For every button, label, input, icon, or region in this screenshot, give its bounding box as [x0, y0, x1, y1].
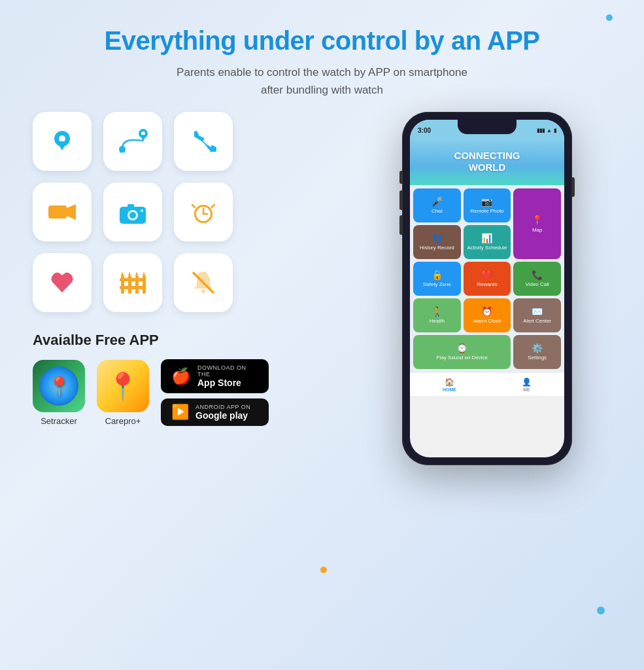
remote-photo-label: Remote Photo	[470, 209, 503, 215]
grid-btn-video-call[interactable]: 📞 Video Call	[513, 262, 561, 296]
setracker-label: Setracker	[41, 416, 77, 426]
me-nav-icon: 👤	[522, 378, 532, 387]
carepro-pin-icon: 📍	[107, 371, 139, 402]
phone-power-button	[572, 177, 575, 197]
svg-marker-9	[67, 204, 76, 220]
alarm-clock-icon: ⏰	[481, 306, 492, 317]
map-icon: 📍	[532, 215, 543, 225]
signal-icon: ▮▮▮	[537, 128, 545, 133]
app-header: CONNECTING WORLD	[410, 138, 564, 185]
remote-photo-icon: 📷	[481, 196, 492, 207]
alert-icon: ✉️	[532, 306, 543, 317]
settings-label: Settings	[528, 355, 547, 361]
app-logos-row: 📍 Setracker 📍 Carepro+	[33, 359, 314, 426]
alert-label: Alert Center	[523, 319, 551, 325]
app-store-text: Download on the App Store	[197, 364, 258, 388]
google-play-text: ANDROID APP ON Google play	[195, 404, 250, 421]
icon-heart	[33, 253, 92, 312]
google-play-icon: ▶️	[171, 404, 189, 421]
battery-icon: ▮	[554, 128, 556, 133]
icon-alarm	[174, 183, 233, 241]
icon-bell-off	[174, 253, 233, 312]
grid-btn-alarm[interactable]: ⏰ Alarm Clock	[464, 298, 511, 332]
svg-point-31	[201, 289, 205, 293]
right-side: 3:00 ▮▮▮ ▲ ▮ CONNECTING WORLD	[363, 112, 611, 465]
icon-fence	[103, 253, 162, 312]
icon-location	[33, 112, 92, 171]
svg-point-14	[141, 209, 143, 212]
carepro-logo: 📍	[97, 360, 149, 412]
history-icon: 👣	[432, 233, 443, 243]
phone-mockup: 3:00 ▮▮▮ ▲ ▮ CONNECTING WORLD	[402, 112, 572, 465]
grid-btn-rewards[interactable]: ❤️ Rewards	[464, 262, 511, 296]
activity-label: Activity Schedule	[467, 245, 507, 251]
rewards-label: Rewards	[477, 282, 498, 288]
app-grid: 🎤 Chat 📷 Remote Photo 📍 Map	[410, 185, 564, 372]
video-call-icon: 📞	[532, 270, 543, 280]
grid-btn-chat[interactable]: 🎤 Chat	[413, 188, 461, 222]
nav-me[interactable]: 👤 ME	[522, 378, 532, 392]
setracker-logo: 📍	[33, 360, 85, 412]
page-header: Everything under control by an APP Paren…	[33, 26, 611, 99]
page-title: Everything under control by an APP	[33, 26, 611, 56]
safety-label: Safety Zone	[423, 282, 451, 288]
grid-btn-settings[interactable]: ⚙️ Settings	[513, 335, 561, 369]
svg-point-12	[129, 212, 136, 219]
setracker-pin-icon: 📍	[48, 376, 71, 397]
grid-btn-remote-photo[interactable]: 📷 Remote Photo	[464, 188, 511, 222]
app-bottom-nav: 🏠 HOME 👤 ME	[410, 372, 564, 396]
grid-btn-health[interactable]: 🚶 Health	[413, 298, 461, 332]
svg-marker-29	[135, 272, 138, 275]
svg-rect-26	[120, 286, 146, 289]
app-store-button[interactable]: 🍎 Download on the App Store	[161, 359, 269, 393]
icon-camera	[103, 183, 162, 241]
svg-rect-13	[127, 204, 134, 208]
icon-route	[103, 112, 162, 171]
svg-rect-8	[48, 205, 67, 219]
grid-btn-play-sound[interactable]: ⌚ Play Sound on Device	[413, 335, 511, 369]
svg-line-20	[212, 205, 214, 207]
status-icons: ▮▮▮ ▲ ▮	[537, 128, 556, 133]
svg-point-1	[59, 135, 65, 142]
video-call-label: Video Call	[525, 282, 549, 288]
store-buttons: 🍎 Download on the App Store ▶️ ANDROID A…	[161, 359, 269, 426]
activity-icon: 📊	[481, 233, 492, 243]
map-label: Map	[532, 228, 543, 234]
icon-phone	[174, 112, 233, 171]
nav-home[interactable]: 🏠 HOME	[443, 378, 456, 392]
svg-marker-30	[143, 272, 145, 275]
wifi-icon: ▲	[547, 128, 552, 133]
app-store-main: App Store	[197, 378, 258, 388]
play-sound-icon: ⌚	[456, 343, 467, 353]
app-store-sub: Download on the	[197, 364, 258, 378]
carepro-app-item: 📍 Carepro+	[97, 360, 149, 426]
grid-btn-activity[interactable]: 📊 Activity Schedule	[464, 225, 511, 259]
icon-video	[33, 183, 92, 241]
status-time: 3:00	[418, 127, 431, 134]
grid-btn-alert[interactable]: ✉️ Alert Center	[513, 298, 561, 332]
grid-btn-map[interactable]: 📍 Map	[513, 188, 561, 259]
grid-btn-history[interactable]: 👣 History Record	[413, 225, 461, 259]
free-app-title: Avaialbe Free APP	[33, 332, 314, 349]
health-label: Health	[430, 319, 445, 325]
apple-icon: 🍎	[171, 367, 191, 385]
google-play-button[interactable]: ▶️ ANDROID APP ON Google play	[161, 398, 269, 426]
home-nav-icon: 🏠	[445, 378, 454, 387]
svg-rect-25	[120, 278, 146, 281]
svg-marker-2	[57, 141, 67, 150]
grid-btn-safety[interactable]: 🔒 Safety Zone	[413, 262, 461, 296]
chat-icon: 🎤	[432, 196, 443, 207]
rewards-icon: ❤️	[481, 270, 492, 280]
google-play-main: Google play	[195, 410, 250, 421]
phone-screen: 3:00 ▮▮▮ ▲ ▮ CONNECTING WORLD	[410, 120, 564, 457]
phone-volume-up-button	[399, 190, 402, 210]
alarm-label: Alarm Clock	[473, 319, 501, 325]
icon-grid	[33, 112, 314, 312]
phone-volume-down-button	[399, 215, 402, 235]
history-label: History Record	[420, 245, 454, 251]
page-subtitle: Parents enable to control the watch by A…	[33, 63, 611, 99]
setracker-app-item: 📍 Setracker	[33, 360, 85, 426]
health-icon: 🚶	[432, 306, 443, 317]
main-container: Everything under control by an APP Paren…	[0, 0, 644, 670]
play-sound-label: Play Sound on Device	[436, 355, 488, 361]
